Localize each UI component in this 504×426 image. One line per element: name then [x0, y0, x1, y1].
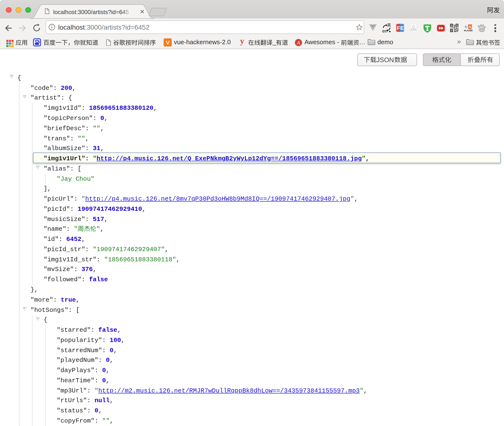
svg-text:F: F [397, 25, 400, 31]
svg-text:E: E [400, 25, 404, 31]
svg-text:V: V [166, 40, 170, 46]
svg-text:PLAYER: PLAYER [464, 29, 473, 32]
svg-text:A: A [296, 40, 300, 45]
svg-text:5: 5 [469, 25, 471, 29]
